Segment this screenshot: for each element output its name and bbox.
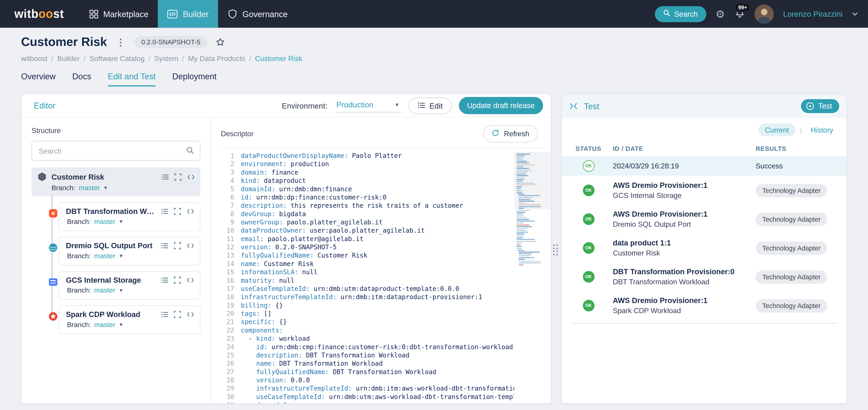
collapse-panel-icon[interactable]: [569, 102, 578, 110]
breadcrumb-item[interactable]: Software Catalog: [89, 54, 145, 63]
page-title: Customer Risk: [21, 35, 107, 49]
code-icon[interactable]: [187, 174, 195, 180]
branch-select[interactable]: master: [79, 184, 100, 192]
code-line: billing: {}: [241, 301, 514, 310]
tree-item-name: Spark CDP Workload: [66, 310, 157, 319]
run-test-button[interactable]: Test: [801, 99, 839, 113]
row-id-cell: data product 1:1 Customer Risk: [606, 239, 756, 257]
structure-search-input[interactable]: [32, 141, 200, 161]
descriptor-panel: Descriptor Refresh 123456789101112131415…: [211, 117, 551, 403]
code-icon[interactable]: [187, 208, 194, 214]
breadcrumb-item[interactable]: System: [154, 54, 178, 63]
branch-select[interactable]: master: [94, 287, 115, 294]
nav-item-marketplace[interactable]: Marketplace: [80, 0, 158, 28]
column-status: STATUS: [571, 145, 606, 152]
tree-item-root[interactable]: Customer Risk Branch: master ▼: [32, 167, 200, 196]
favorite-star-icon[interactable]: [215, 37, 225, 47]
test-result-row[interactable]: OK data product 1:1 Customer Risk Techno…: [562, 233, 846, 262]
nav-item-builder[interactable]: Builder: [158, 0, 218, 28]
test-result-row[interactable]: OK AWS Dremio Provisioner:1 Dremio SQL O…: [562, 205, 846, 233]
tree-item[interactable]: GCS Internal Storage Branch: master ▼: [59, 271, 200, 300]
minimap-slider[interactable]: [514, 152, 551, 209]
user-name[interactable]: Lorenzo Pirazzini: [783, 9, 842, 18]
panel-resize-handle[interactable]: [553, 244, 558, 255]
tab-deployment[interactable]: Deployment: [172, 71, 216, 86]
chevron-down-icon: ▼: [119, 219, 124, 225]
editor-title: Editor: [34, 101, 56, 110]
tab-overview[interactable]: Overview: [21, 71, 56, 86]
descriptor-header: Descriptor Refresh: [221, 125, 551, 149]
breadcrumb-item[interactable]: Customer Risk: [255, 54, 302, 63]
focus-icon[interactable]: [175, 173, 182, 180]
branch-select[interactable]: master: [94, 321, 115, 329]
refresh-button[interactable]: Refresh: [484, 125, 537, 142]
code-icon[interactable]: [187, 277, 194, 283]
search-button[interactable]: Search: [655, 6, 706, 22]
branch-label: Branch:: [51, 184, 75, 192]
tree-item[interactable]: Spark CDP Workload Branch: master ▼: [59, 305, 200, 334]
focus-icon[interactable]: [174, 276, 181, 284]
branch-select[interactable]: master: [94, 218, 115, 226]
update-draft-release-button[interactable]: Update draft release: [459, 97, 543, 114]
user-avatar[interactable]: [754, 4, 774, 24]
logo-text-2: st: [53, 7, 64, 20]
tree-item-actions: [161, 208, 194, 215]
edit-button[interactable]: Edit: [408, 97, 451, 114]
status-ok-badge: OK: [583, 184, 594, 196]
list-icon[interactable]: [161, 311, 168, 318]
adapter-badge: Technology Adapter: [756, 270, 827, 283]
code-line: domain: finance: [241, 169, 514, 177]
title-menu-icon[interactable]: ⋮: [115, 36, 126, 48]
test-summary-row[interactable]: OK 2024/03/29 16:28:19 Success: [562, 156, 846, 176]
breadcrumb-separator: /: [182, 54, 184, 63]
code-icon[interactable]: [187, 312, 194, 318]
view-toggle-separator: |: [800, 126, 802, 134]
code-line: description: this represents the risk tr…: [241, 202, 514, 210]
gcs-icon: [48, 277, 58, 287]
tab-edit-and-test[interactable]: Edit and Test: [108, 71, 156, 86]
tree-item[interactable]: DBT Transformation Workload Branch: mast…: [59, 202, 200, 231]
view-history[interactable]: History: [806, 124, 838, 137]
tree-item[interactable]: Dremio SQL Output Port Branch: master ▼: [59, 237, 200, 265]
line-numbers: 1234567891011121314151617181920212223242…: [221, 152, 241, 403]
environment-select[interactable]: Production ▼: [335, 99, 401, 112]
minimap[interactable]: [514, 152, 551, 403]
code-line: kind: dataproduct: [241, 177, 514, 185]
code-line: environment: production: [241, 160, 514, 169]
component-name: Customer Risk: [613, 249, 756, 257]
row-status-cell: OK: [571, 242, 606, 254]
test-result-row[interactable]: OK AWS Dremio Provisioner:1 Spark CDP Wo…: [562, 291, 846, 320]
list-icon[interactable]: [162, 173, 169, 180]
focus-icon[interactable]: [174, 208, 181, 215]
adapter-badge: Technology Adapter: [756, 184, 827, 197]
structure-title: Structure: [32, 126, 200, 135]
focus-icon[interactable]: [174, 242, 181, 250]
row-status-cell: OK: [571, 184, 606, 196]
code-icon[interactable]: [187, 243, 194, 249]
list-icon[interactable]: [161, 242, 168, 250]
view-current[interactable]: Current: [758, 124, 796, 137]
breadcrumb-item[interactable]: Builder: [57, 54, 80, 63]
branch-select[interactable]: master: [94, 252, 115, 260]
test-result-row[interactable]: OK DBT Transformation Provisioner:0 DBT …: [562, 262, 846, 291]
list-icon[interactable]: [161, 276, 168, 284]
notifications-bell[interactable]: 99+: [735, 7, 745, 20]
witboost-logo[interactable]: witboost: [14, 7, 64, 21]
adapter-badge: Technology Adapter: [756, 212, 827, 226]
user-menu-chevron-icon[interactable]: [852, 12, 858, 16]
breadcrumb-item[interactable]: witboost: [21, 54, 48, 63]
view-toggle: Current|History: [562, 118, 846, 139]
nav-item-governance[interactable]: Governance: [218, 0, 297, 28]
test-result-row[interactable]: OK AWS Dremio Provisioner:1 GCS Internal…: [562, 176, 846, 205]
settings-gear-icon[interactable]: ⚙: [715, 9, 725, 19]
tree-root-name: Customer Risk: [51, 173, 157, 181]
yaml-editor[interactable]: 1234567891011121314151617181920212223242…: [221, 149, 551, 403]
refresh-button-label: Refresh: [504, 129, 529, 138]
breadcrumb-item[interactable]: My Data Products: [188, 54, 245, 63]
focus-icon[interactable]: [174, 311, 181, 318]
code-line: domainId: urn:dmb:dmn:finance: [241, 185, 514, 193]
tab-docs[interactable]: Docs: [72, 71, 91, 86]
list-icon[interactable]: [161, 208, 168, 215]
code-line: dependsOn:: [241, 401, 514, 403]
nav-label: Builder: [183, 9, 209, 19]
